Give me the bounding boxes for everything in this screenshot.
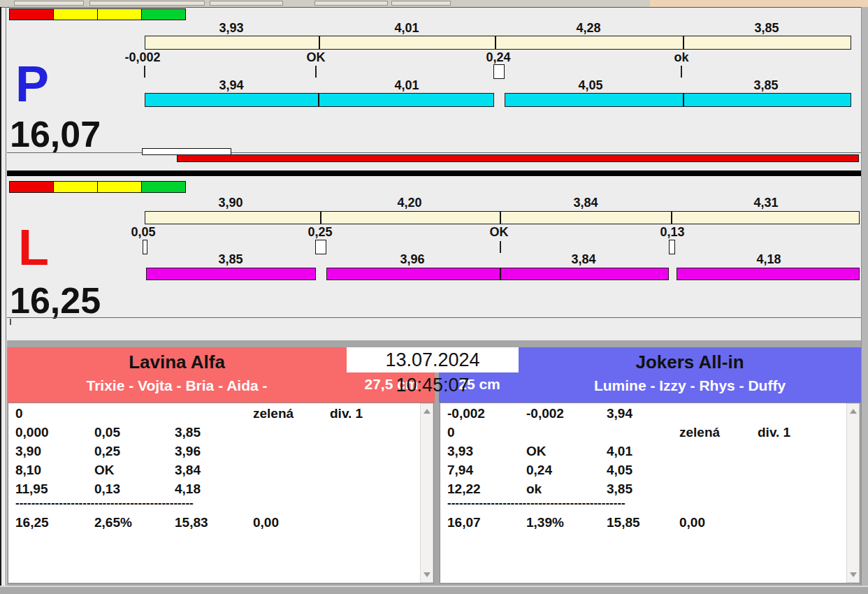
result-cell: 0,24: [526, 463, 552, 478]
result-cell: 0,000: [15, 425, 49, 440]
l-lower-bar-seg1: [146, 268, 316, 280]
section-divider: [7, 171, 861, 176]
l-upper-split-2: 4,20: [397, 196, 421, 210]
scroll-up-icon[interactable]: [850, 409, 857, 414]
p-lower-bar-divider: [318, 94, 319, 106]
traffic-light-green: [141, 8, 186, 20]
p-lower-bar-divider: [683, 94, 684, 106]
window-border-left-inner: [6, 7, 6, 586]
traffic-light-red: [9, 181, 54, 193]
result-cell: ok: [526, 481, 542, 497]
result-cell: 3,93: [447, 444, 473, 459]
l-upper-split-3: 3,84: [573, 196, 598, 210]
result-cell: 4,01: [607, 444, 632, 459]
l-marker-tick: [500, 241, 501, 253]
result-cell: 11,95: [15, 481, 48, 497]
window-border-right: [861, 7, 868, 586]
l-lower-split-4: 4,18: [756, 252, 781, 267]
result-cell: 0: [447, 425, 455, 440]
p-upper-split-4: 3,85: [754, 21, 779, 36]
result-separator: ----------------------------------------…: [15, 496, 194, 510]
traffic-light-yellow-1: [53, 181, 98, 193]
result-cell: 3,85: [175, 425, 201, 440]
strip-segment: [391, 1, 451, 6]
app-window: P 16,07 3,93 4,01 4,28 3,85 -0,002 OK 0,…: [0, 0, 868, 594]
l-lower-bar-seg2: [326, 268, 669, 280]
p-upper-bar-divider: [495, 36, 496, 49]
p-upper-bar-divider: [319, 36, 320, 49]
p-upper-bar: [145, 36, 851, 50]
result-cell: -0,002: [526, 406, 564, 421]
result-total: 2,65%: [94, 515, 132, 530]
result-total: 16,25: [15, 515, 49, 530]
result-cell: 12,22: [447, 481, 481, 497]
l-upper-split-1: 3,90: [218, 196, 243, 210]
team-right-scrollbar[interactable]: [846, 403, 860, 583]
strip-segment: [314, 1, 388, 6]
p-upper-split-1: 3,93: [219, 21, 243, 36]
p-marker-box: [493, 64, 505, 79]
result-cell: 0,25: [94, 444, 120, 459]
p-lower-bar-left: [145, 93, 494, 107]
result-cell: div. 1: [758, 425, 790, 440]
result-cell: 0,05: [94, 425, 120, 440]
l-lower-split-1: 3,85: [218, 252, 243, 267]
strip-segment: [210, 1, 283, 6]
lane-p-label: P: [15, 59, 49, 109]
result-cell: 7,94: [447, 463, 473, 478]
p-marker-1: -0,002: [124, 50, 160, 65]
result-cell: 3,90: [15, 444, 41, 459]
result-cell: zelená: [253, 406, 294, 421]
l-lower-split-2: 3,96: [400, 252, 424, 267]
result-total: 15,85: [607, 515, 640, 530]
l-lower-bar-seg3: [677, 268, 860, 280]
result-total: 0,00: [679, 515, 705, 530]
traffic-light-yellow-2: [97, 8, 142, 20]
scroll-up-icon[interactable]: [424, 409, 431, 414]
traffic-light-yellow-1: [53, 8, 98, 20]
lane-l-total-time: 16,25: [10, 282, 101, 319]
result-cell: 3,84: [175, 463, 201, 478]
team-left-results: [8, 403, 434, 584]
result-cell: OK: [94, 463, 115, 478]
l-lower-split-3: 3,84: [571, 252, 595, 267]
panel-l: [7, 176, 861, 340]
panel-p: [7, 7, 861, 171]
scroll-down-icon[interactable]: [424, 572, 431, 577]
team-right-members: Lumine - Izzy - Rhys - Duffy: [519, 377, 861, 394]
p-progress-bar: [177, 154, 859, 162]
result-total: 0,00: [253, 515, 279, 530]
l-marker-box-narrow: [669, 240, 675, 254]
p-marker-3: 0,24: [486, 50, 510, 65]
bottom-bar: [0, 586, 868, 594]
p-marker-tick: [315, 66, 317, 78]
lane-l-label: L: [18, 222, 49, 273]
traffic-light-yellow-2: [97, 181, 142, 193]
p-baseline: [7, 152, 861, 153]
scroll-down-icon[interactable]: [850, 572, 857, 577]
result-cell: div. 1: [330, 406, 363, 421]
l-marker-4: 0,13: [660, 225, 684, 240]
result-cell: 4,18: [175, 481, 201, 497]
l-upper-bar-divider: [671, 212, 672, 224]
datetime-display: 13.07.2024 10:45:07: [347, 347, 519, 372]
p-lower-split-4: 3,85: [753, 78, 778, 93]
p-marker-tick: [681, 66, 682, 78]
background-window-strip-tan: [650, 0, 868, 7]
traffic-light-red: [9, 8, 54, 20]
l-marker-1: 0,05: [131, 225, 155, 240]
team-left-members: Trixie - Vojta - Bria - Aida -: [7, 377, 347, 394]
l-marker-2: 0,25: [308, 225, 332, 240]
l-baseline: [7, 317, 861, 318]
l-baseline-tick: [10, 319, 11, 325]
result-cell: 3,96: [175, 444, 201, 459]
result-cell: 8,10: [15, 463, 41, 478]
result-cell: zelená: [679, 425, 720, 440]
result-cell: -0,002: [447, 406, 485, 421]
result-total: 15,83: [175, 515, 208, 530]
team-left-name: Lavina Alfa: [7, 352, 347, 373]
p-marker-2: OK: [307, 50, 326, 65]
team-left-scrollbar[interactable]: [420, 403, 433, 583]
l-upper-bar-divider: [320, 212, 321, 224]
result-separator: ----------------------------------------…: [447, 496, 625, 510]
